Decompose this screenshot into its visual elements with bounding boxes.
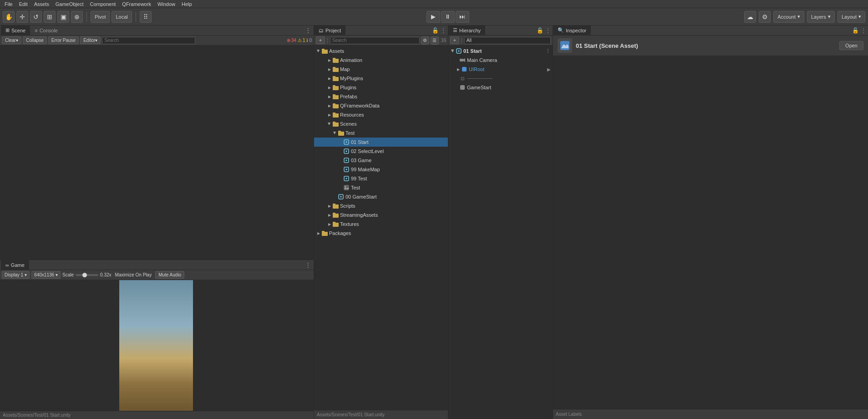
project-more-icon[interactable]: ⋮ <box>441 27 446 34</box>
scale-tool-button[interactable]: ⊞ <box>44 11 56 23</box>
tree-item-prefabs[interactable]: ▶ Prefabs <box>314 92 448 101</box>
svg-marker-38 <box>463 58 465 62</box>
tree-item-00gamestart[interactable]: ▶ 00 GameStart <box>314 192 448 201</box>
assets-arrow-icon: ▶ <box>316 48 321 54</box>
hierarchy-more-icon[interactable]: ⋮ <box>545 27 551 34</box>
move-tool-button[interactable]: ✛ <box>16 11 28 23</box>
tree-item-packages[interactable]: ▶ Packages <box>314 229 448 238</box>
play-button[interactable]: ▶ <box>426 11 440 23</box>
tree-item-resources[interactable]: ▶ Resources <box>314 110 448 119</box>
pivot-button[interactable]: Pivot <box>91 11 110 23</box>
tree-item-test[interactable]: ▶ Test <box>314 128 448 138</box>
tree-item-qframeworkdata[interactable]: ▶ QFrameworkData <box>314 101 448 110</box>
grid-button[interactable]: ⠿ <box>140 11 152 23</box>
account-dropdown[interactable]: Account ▾ <box>773 11 804 23</box>
editor-button[interactable]: Editor ▾ <box>80 36 101 44</box>
menu-bar: File Edit Assets GameObject Component QF… <box>0 0 868 8</box>
textures-arrow-icon: ▶ <box>327 221 332 227</box>
tree-item-myplugins[interactable]: ▶ MyPlugins <box>314 74 448 83</box>
inspector-lock-icon[interactable]: 🔓 <box>852 27 859 34</box>
00gamestart-label: 00 GameStart <box>345 194 376 199</box>
scale-control: Scale 0.32x <box>62 272 111 277</box>
transform-tool-button[interactable]: ⊕ <box>71 11 83 23</box>
menu-gameobject[interactable]: GameObject <box>53 1 86 7</box>
resolution-dropdown[interactable]: 640x1136 ▾ <box>31 271 61 279</box>
streamingassets-label: StreamingAssets <box>340 212 378 218</box>
hierarchy-item-01start[interactable]: ▶ 01 Start ⋮ <box>448 46 553 56</box>
tree-item-03game[interactable]: ▶ 03 Game <box>314 156 448 165</box>
scale-slider[interactable] <box>76 274 98 276</box>
account-arrow-icon: ▾ <box>797 14 800 20</box>
tab-inspector[interactable]: 🔍 Inspector <box>553 26 591 36</box>
tree-item-assets[interactable]: ▶ Assets <box>314 46 448 56</box>
tree-item-01start[interactable]: ▶ 01 Start <box>314 138 448 147</box>
console-search-input[interactable] <box>102 37 195 44</box>
tree-item-streamingassets[interactable]: ▶ StreamingAssets <box>314 210 448 220</box>
info-count: 0 <box>309 38 312 43</box>
cloud-button[interactable]: ⚙ <box>759 11 771 23</box>
tree-item-animation[interactable]: ▶ Animation <box>314 56 448 65</box>
menu-assets[interactable]: Assets <box>31 1 52 7</box>
tree-item-99test[interactable]: ▶ 99 Test <box>314 174 448 183</box>
tab-hierarchy[interactable]: ☰ Hierarchy <box>448 26 485 36</box>
tree-item-scripts[interactable]: ▶ Scripts <box>314 201 448 210</box>
project-lock-icon[interactable]: 🔓 <box>432 27 439 34</box>
scene-tabs-more[interactable]: ⋮ <box>305 27 312 34</box>
tree-item-02selectlevel[interactable]: ▶ 02 SelectLevel <box>314 147 448 156</box>
tab-scene[interactable]: ⊞ Scene <box>1 26 30 36</box>
tree-item-99makemap[interactable]: ▶ 99 MakeMap <box>314 165 448 174</box>
hierarchy-item-maincamera[interactable]: Main Camera <box>448 56 553 65</box>
rotate-tool-button[interactable]: ↺ <box>30 11 42 23</box>
inspector-open-label: Open <box>845 43 858 48</box>
tree-item-plugins[interactable]: ▶ Plugins <box>314 83 448 92</box>
project-filter-button[interactable]: ⚙ <box>421 36 429 45</box>
menu-qframework[interactable]: QFramework <box>119 1 154 7</box>
hierarchy-search-input[interactable] <box>464 37 551 44</box>
tab-game[interactable]: ∞ Game <box>1 260 29 270</box>
menu-edit[interactable]: Edit <box>16 1 30 7</box>
hierarchy-add-button[interactable]: + <box>450 36 459 44</box>
menu-help[interactable]: Help <box>179 1 195 7</box>
mute-audio-button[interactable]: Mute Audio <box>155 271 184 279</box>
maximize-on-play-button[interactable]: Maximize On Play <box>113 272 154 278</box>
hierarchy-tab-icon: ☰ <box>453 27 457 33</box>
01start-more-icon[interactable]: ⋮ <box>544 48 551 54</box>
project-search-input[interactable] <box>330 37 420 44</box>
status-text: Assets/Scenes/Test/01 Start.unity <box>3 413 71 418</box>
game-tabs-more[interactable]: ⋮ <box>305 261 312 269</box>
project-view-button[interactable]: ☰ <box>431 36 439 45</box>
maximize-on-play-label: Maximize On Play <box>115 272 152 277</box>
hierarchy-lock-icon[interactable]: 🔓 <box>537 27 543 34</box>
local-button[interactable]: Local <box>112 11 132 23</box>
layout-dropdown[interactable]: Layout ▾ <box>838 11 865 23</box>
display-dropdown[interactable]: Display 1 ▾ <box>2 271 30 279</box>
tree-item-textures[interactable]: ▶ Textures <box>314 220 448 229</box>
collapse-button[interactable]: Collapse <box>23 36 47 44</box>
layers-dropdown[interactable]: Layers ▾ <box>807 11 835 23</box>
hierarchy-item-uiroot[interactable]: ▶ UIRoot ▶ <box>448 65 553 74</box>
tree-item-test-image[interactable]: ▶ Test <box>314 183 448 192</box>
project-header-row: 🗂 Project 🔓 ⋮ <box>314 26 448 36</box>
local-label: Local <box>116 14 127 20</box>
menu-window[interactable]: Window <box>155 1 178 7</box>
prefabs-arrow-icon: ▶ <box>327 94 332 99</box>
hand-tool-button[interactable]: ✋ <box>3 11 15 23</box>
tree-item-map[interactable]: ▶ Map <box>314 65 448 74</box>
99test-scene-icon <box>343 175 350 182</box>
pause-button[interactable]: ⏸ <box>441 11 455 23</box>
error-pause-button[interactable]: Error Pause <box>48 36 79 44</box>
collab-icon-button[interactable]: ☁ <box>744 11 756 23</box>
tree-item-scenes[interactable]: ▶ Scenes <box>314 119 448 128</box>
inspector-more-icon[interactable]: ⋮ <box>861 27 866 34</box>
tab-project[interactable]: 🗂 Project <box>314 26 345 36</box>
menu-component[interactable]: Component <box>87 1 118 7</box>
hierarchy-item-gamestart[interactable]: GameStart <box>448 83 553 92</box>
tab-console[interactable]: ≡ Console <box>30 26 62 36</box>
inspector-open-button[interactable]: Open <box>839 41 863 50</box>
rect-tool-button[interactable]: ▣ <box>57 11 69 23</box>
menu-file[interactable]: File <box>2 1 15 7</box>
step-button[interactable]: ⏭ <box>456 11 469 23</box>
01start-label: 01 Start <box>351 139 369 145</box>
project-add-button[interactable]: + <box>316 36 325 44</box>
clear-button[interactable]: Clear ▾ <box>2 36 21 44</box>
